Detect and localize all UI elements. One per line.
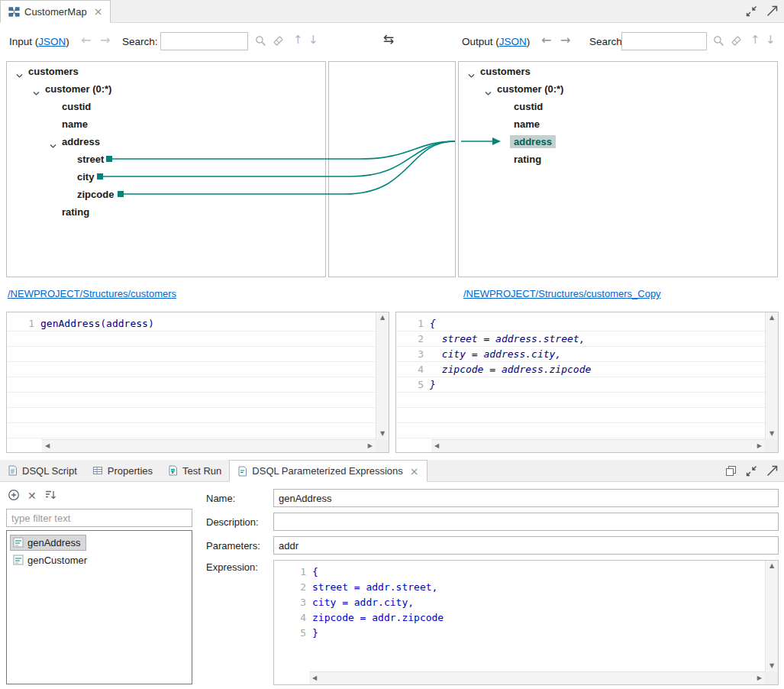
customer-map-window: { "colors": { "accent_teal": "#00857C", … bbox=[0, 0, 784, 689]
scroll-left-icon[interactable]: ◀ bbox=[45, 443, 50, 449]
close-tab-icon[interactable]: × bbox=[94, 5, 103, 18]
output-node-name[interactable]: name bbox=[459, 116, 776, 134]
parameterized-expressions-icon bbox=[237, 466, 247, 477]
input-node-rating[interactable]: rating bbox=[7, 204, 324, 222]
scroll-up-icon[interactable]: ▲ bbox=[769, 563, 774, 569]
output-node-rating[interactable]: rating bbox=[459, 151, 776, 169]
parameters-field[interactable] bbox=[273, 536, 779, 555]
input-node-street[interactable]: street bbox=[7, 151, 324, 169]
input-search-label: Search: bbox=[122, 36, 158, 47]
input-node-customer[interactable]: customer (0:*) bbox=[7, 81, 324, 99]
vertical-scrollbar[interactable]: ▲ ▼ bbox=[765, 312, 778, 439]
maximize-view-icon[interactable] bbox=[766, 5, 778, 17]
horizontal-scrollbar[interactable]: ◀ ▶ bbox=[431, 439, 765, 452]
output-node-custid[interactable]: custid bbox=[459, 99, 776, 116]
chevron-down-icon[interactable] bbox=[485, 87, 492, 93]
tab-dsql-parameterized-expressions[interactable]: DSQL Parameterized Expressions × bbox=[229, 460, 427, 482]
scrollbar-corner bbox=[765, 671, 778, 684]
tab-label: DSQL Parameterized Expressions bbox=[252, 465, 403, 477]
input-back-icon[interactable]: ← bbox=[81, 34, 91, 47]
expression-item-genaddress[interactable]: genAddress bbox=[11, 534, 85, 551]
output-structure-link[interactable]: /NEWPROJECT/Structures/customers_Copy bbox=[463, 288, 661, 299]
scroll-up-icon[interactable]: ▲ bbox=[769, 315, 774, 321]
output-search-label: Search: bbox=[589, 36, 625, 47]
code-line: zipcode = address.zipcode bbox=[430, 362, 591, 377]
output-node-address[interactable]: address bbox=[459, 134, 776, 151]
expressions-list[interactable]: genAddress genCustomer bbox=[6, 530, 192, 684]
editor-code-area[interactable]: 1genAddress(address) bbox=[7, 316, 376, 332]
input-node-zipcode[interactable]: zipcode bbox=[7, 186, 324, 204]
horizontal-scrollbar[interactable]: ◀ ▶ bbox=[42, 439, 376, 452]
output-clear-search-icon[interactable] bbox=[731, 35, 742, 47]
tab-test-run[interactable]: Test Run bbox=[160, 460, 229, 481]
expression-field-editor[interactable]: 1{ 2street = addr.street, 3city = addr.c… bbox=[273, 560, 779, 685]
swap-mapping-icon[interactable]: ⇆ bbox=[383, 33, 394, 46]
input-prev-match-icon[interactable]: ↑ bbox=[293, 34, 303, 46]
minimize-view-icon[interactable] bbox=[746, 5, 757, 17]
name-field[interactable] bbox=[273, 489, 779, 507]
output-prev-match-icon[interactable]: ↑ bbox=[750, 34, 760, 46]
filter-input[interactable] bbox=[6, 509, 192, 527]
chevron-down-icon[interactable] bbox=[16, 70, 24, 76]
input-search-icon[interactable] bbox=[255, 35, 266, 47]
line-number: 3 bbox=[396, 347, 430, 362]
tab-properties[interactable]: Properties bbox=[85, 460, 160, 481]
input-clear-search-icon[interactable] bbox=[273, 35, 284, 47]
input-structure-link[interactable]: /NEWPROJECT/Structures/customers bbox=[8, 288, 176, 299]
horizontal-scrollbar[interactable]: ◀ ▶ bbox=[309, 671, 765, 684]
input-forward-icon[interactable]: → bbox=[100, 34, 110, 47]
description-field[interactable] bbox=[273, 513, 779, 531]
output-search-field[interactable] bbox=[621, 32, 707, 50]
scroll-down-icon[interactable]: ▼ bbox=[769, 663, 774, 669]
scroll-up-icon[interactable]: ▲ bbox=[380, 315, 385, 321]
output-search-icon[interactable] bbox=[713, 35, 724, 47]
add-expression-icon[interactable] bbox=[8, 489, 20, 501]
scroll-down-icon[interactable]: ▼ bbox=[769, 431, 774, 437]
output-back-icon[interactable]: ← bbox=[541, 34, 551, 47]
scroll-left-icon[interactable]: ◀ bbox=[312, 675, 317, 681]
scroll-right-icon[interactable]: ▶ bbox=[368, 443, 373, 449]
output-forward-icon[interactable]: → bbox=[560, 34, 570, 47]
detach-view-icon[interactable] bbox=[725, 465, 737, 477]
editor-code-area[interactable]: 1{ 2street = addr.street, 3city = addr.c… bbox=[274, 564, 765, 641]
vertical-scrollbar[interactable]: ▲ ▼ bbox=[765, 561, 778, 671]
maximize-view-icon[interactable] bbox=[766, 465, 778, 477]
delete-expression-icon[interactable]: ✕ bbox=[27, 490, 37, 502]
scroll-right-icon[interactable]: ▶ bbox=[757, 675, 762, 681]
expression-item-gencustomer[interactable]: genCustomer bbox=[11, 552, 92, 568]
sort-icon[interactable] bbox=[44, 489, 56, 501]
code-line: } bbox=[430, 377, 436, 393]
code-line: { bbox=[312, 564, 318, 580]
input-json-link[interactable]: JSON bbox=[38, 36, 66, 47]
tab-customermap[interactable]: CustomerMap × bbox=[0, 0, 111, 23]
code-line: city = address.city, bbox=[430, 347, 561, 362]
tab-dsql-script[interactable]: DSQL Script bbox=[0, 460, 85, 481]
output-node-customers[interactable]: customers bbox=[459, 63, 776, 81]
input-expression-editor[interactable]: 1genAddress(address) ▲ ▼ ◀ ▶ bbox=[6, 312, 389, 453]
expression-icon bbox=[13, 537, 24, 548]
input-node-name[interactable]: name bbox=[7, 116, 324, 134]
chevron-down-icon[interactable] bbox=[468, 70, 476, 76]
input-search-field[interactable] bbox=[160, 32, 248, 50]
output-json-link[interactable]: JSON bbox=[499, 36, 527, 47]
scroll-left-icon[interactable]: ◀ bbox=[434, 443, 439, 449]
vertical-scrollbar[interactable]: ▲ ▼ bbox=[376, 312, 389, 439]
output-node-customer[interactable]: customer (0:*) bbox=[459, 81, 776, 99]
scroll-down-icon[interactable]: ▼ bbox=[380, 431, 385, 437]
input-node-address[interactable]: address bbox=[7, 134, 324, 151]
output-expression-editor[interactable]: 1{ 2 street = address.street, 3 city = a… bbox=[395, 312, 779, 453]
input-node-custid[interactable]: custid bbox=[7, 99, 324, 116]
chevron-down-icon[interactable] bbox=[33, 87, 40, 93]
output-label-text: Output ( bbox=[462, 36, 499, 47]
chevron-down-icon[interactable] bbox=[50, 140, 57, 146]
mapping-canvas-panel[interactable] bbox=[328, 61, 456, 277]
input-label-text: Input ( bbox=[9, 36, 38, 47]
minimize-view-icon[interactable] bbox=[746, 465, 757, 477]
input-node-city[interactable]: city bbox=[7, 169, 324, 186]
scroll-right-icon[interactable]: ▶ bbox=[757, 443, 762, 449]
editor-code-area[interactable]: 1{ 2 street = address.street, 3 city = a… bbox=[396, 316, 765, 393]
output-next-match-icon[interactable]: ↓ bbox=[766, 34, 776, 46]
close-tab-icon[interactable]: × bbox=[410, 465, 419, 477]
input-next-match-icon[interactable]: ↓ bbox=[308, 34, 318, 46]
input-node-customers[interactable]: customers bbox=[7, 63, 324, 81]
